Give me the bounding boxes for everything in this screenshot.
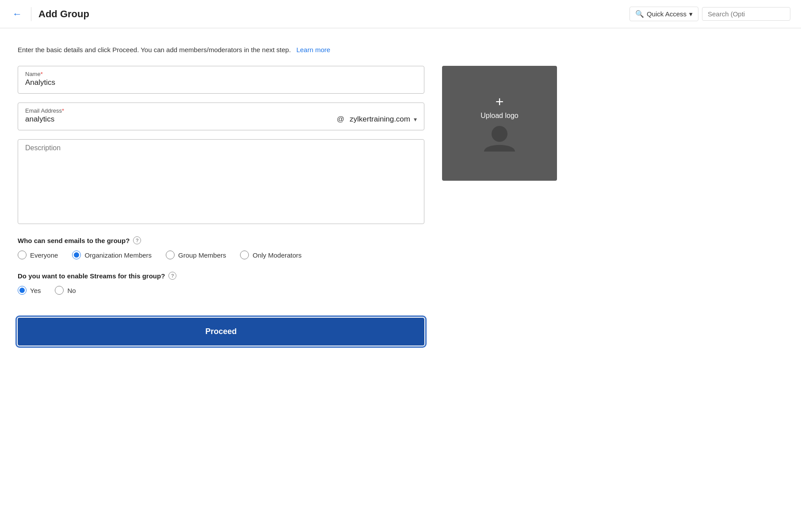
radio-yes-label: Yes <box>30 287 41 294</box>
domain-text: zylkertraining.com <box>350 115 410 124</box>
radio-option-no[interactable]: No <box>55 286 76 295</box>
chevron-down-icon: ▾ <box>414 116 417 123</box>
avatar-silhouette <box>482 123 517 153</box>
radio-option-group-members[interactable]: Group Members <box>166 251 226 259</box>
email-row: @ zylkertraining.com ▾ <box>25 115 417 124</box>
email-local-input[interactable] <box>25 115 332 124</box>
at-symbol: @ <box>332 115 350 124</box>
instruction-text: Enter the basic details and click Procee… <box>18 46 601 53</box>
radio-group-members[interactable] <box>166 251 175 259</box>
radio-no-label: No <box>67 287 76 294</box>
radio-org-members-label: Organization Members <box>84 251 152 259</box>
streams-section: Do you want to enable Streams for this g… <box>18 272 424 295</box>
who-can-send-section: Who can send emails to the group? ? Ever… <box>18 236 424 259</box>
page-title: Add Group <box>38 8 89 20</box>
name-label: Name* <box>25 71 417 77</box>
radio-org-members[interactable] <box>72 251 81 259</box>
email-required-star: * <box>62 107 64 114</box>
upload-logo-label: Upload logo <box>481 112 518 120</box>
email-field-wrapper: Email Address* @ zylkertraining.com ▾ <box>18 103 424 130</box>
description-field-wrapper <box>18 139 424 224</box>
form-layout: Name* Email Address* @ zylkertraining.co… <box>18 66 601 346</box>
search-icon: 🔍 <box>635 10 644 18</box>
back-button[interactable]: ← <box>11 7 24 22</box>
radio-group-members-label: Group Members <box>178 251 226 259</box>
quick-access-button[interactable]: 🔍 Quick Access ▾ <box>629 7 698 21</box>
streams-title: Do you want to enable Streams for this g… <box>18 272 424 280</box>
radio-option-org-members[interactable]: Organization Members <box>72 251 152 259</box>
plus-icon: + <box>496 94 504 110</box>
page-header: ← Add Group 🔍 Quick Access ▾ <box>0 0 801 28</box>
radio-no[interactable] <box>55 286 64 295</box>
radio-option-everyone[interactable]: Everyone <box>18 251 58 259</box>
name-required-star: * <box>41 71 43 77</box>
description-textarea[interactable] <box>25 144 417 215</box>
who-can-send-help-icon[interactable]: ? <box>133 236 141 244</box>
radio-only-moderators[interactable] <box>240 251 249 259</box>
name-input[interactable] <box>25 78 417 87</box>
radio-yes[interactable] <box>18 286 27 295</box>
who-can-send-title: Who can send emails to the group? ? <box>18 236 424 244</box>
form-fields: Name* Email Address* @ zylkertraining.co… <box>18 66 424 346</box>
upload-logo-area[interactable]: + Upload logo <box>442 66 557 181</box>
radio-everyone-label: Everyone <box>30 251 58 259</box>
who-can-send-options: Everyone Organization Members Group Memb… <box>18 251 424 259</box>
svg-point-0 <box>492 126 507 142</box>
header-divider <box>31 7 31 21</box>
email-label: Email Address* <box>25 107 417 114</box>
radio-option-yes[interactable]: Yes <box>18 286 41 295</box>
name-field-wrapper: Name* <box>18 66 424 94</box>
radio-only-moderators-label: Only Moderators <box>252 251 301 259</box>
header-right: 🔍 Quick Access ▾ <box>629 7 790 21</box>
header-left: ← Add Group <box>11 7 89 22</box>
learn-more-link[interactable]: Learn more <box>294 46 330 53</box>
quick-access-label: Quick Access <box>647 10 687 18</box>
main-content: Enter the basic details and click Procee… <box>0 28 619 363</box>
radio-option-only-moderators[interactable]: Only Moderators <box>240 251 301 259</box>
streams-help-icon[interactable]: ? <box>168 272 176 280</box>
chevron-down-icon: ▾ <box>689 10 693 18</box>
radio-everyone[interactable] <box>18 251 27 259</box>
domain-selector[interactable]: zylkertraining.com ▾ <box>350 115 417 124</box>
global-search-input[interactable] <box>702 7 790 21</box>
proceed-button[interactable]: Proceed <box>18 318 424 346</box>
streams-options: Yes No <box>18 286 424 295</box>
